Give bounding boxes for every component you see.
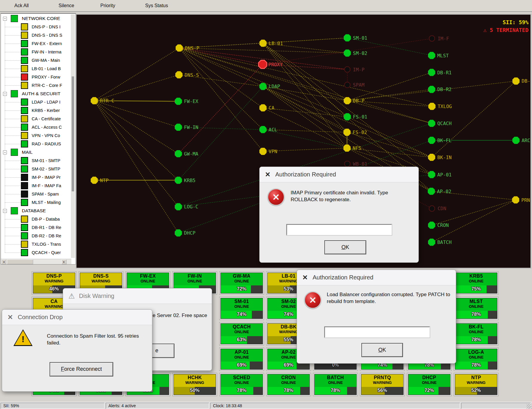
map-node-db-r2[interactable] [428,86,435,93]
map-node-arc[interactable] [512,137,519,144]
toolbar-item-sys-status[interactable]: Sys Status [143,2,170,9]
map-node-vpn[interactable] [259,148,266,155]
map-node-ap-02[interactable] [428,188,435,195]
map-node-lb-01[interactable] [259,40,266,47]
map-node-nfs[interactable] [344,144,351,152]
tree-item-txlog[interactable]: TXLOG - Trans [1,240,70,248]
status-tile-ap-01[interactable]: AP-01ONLINE69% [219,348,264,371]
status-tile-log-a[interactable]: LOG-AONLINE78% [454,348,499,371]
status-tile-mlst[interactable]: MLSTONLINE78% [454,297,499,320]
map-node-spam[interactable] [344,82,350,87]
map-node-fw-in[interactable] [175,124,182,131]
status-tile-prntq[interactable]: PRNTQWARNING56% [360,373,405,396]
collapse-icon[interactable]: − [3,17,7,21]
tree-item-vpn[interactable]: VPN - VPN Co [1,131,70,140]
map-node-txlog[interactable] [428,103,436,110]
map-node-ap-01[interactable] [428,171,435,178]
status-tile-batch[interactable]: BATCHONLINE78% [313,373,358,396]
tree-item-ca[interactable]: CA - Certificate [1,115,70,123]
map-node-rtr-c[interactable] [91,97,98,104]
map-node-im-p[interactable] [344,67,350,72]
map-node-proxy[interactable] [258,60,267,69]
ok-button[interactable]: OK [325,241,366,254]
tree-item-mlst[interactable]: MLST - Mailing [1,198,70,207]
tree-item-rtr-c[interactable]: RTR-C - Core F [1,81,70,90]
status-tile-sm-01[interactable]: SM-01ONLINE74% [219,297,264,320]
tree-item-lb-01[interactable]: LB-01 - Load B [1,64,70,73]
tree-horizontal-scrollbar[interactable]: ◄ ► [1,259,71,264]
map-node-ca[interactable] [259,104,266,111]
force-reconnect-button[interactable]: Force Reconnect [50,362,113,376]
map-node-dns-s[interactable] [175,71,183,79]
auth-code-input[interactable] [324,327,430,338]
toolbar-item-ack-all[interactable]: Ack All [12,2,31,9]
tree-item-spam[interactable]: SPAM - Spam [1,190,70,198]
tree-item-acl[interactable]: ACL - Access C [1,123,70,131]
close-icon[interactable]: ✕ [7,313,13,321]
tree-item-db-r2[interactable]: DB-R2 - DB Re [1,232,70,240]
tree-item-db-r1[interactable]: DB-R1 - DB Re [1,223,70,232]
map-node-krb5[interactable] [175,177,182,184]
status-tile-qcach[interactable]: QCACHONLINE63% [219,322,264,345]
status-tile-sched[interactable]: SCHEDONLINE78% [219,373,264,396]
tree-item-sm-02[interactable]: SM-02 - SMTP [1,165,70,173]
collapse-icon[interactable]: − [3,150,7,154]
tree-item-rad[interactable]: RAD - RADIUS [1,140,70,148]
map-node-gw-ma[interactable] [175,150,182,157]
map-node-prn[interactable] [512,196,519,204]
tree-item-qcach[interactable]: QCACH - Quer [1,248,70,257]
tree-vertical-scrollbar[interactable] [71,14,75,258]
map-node-db-r1[interactable] [428,69,435,76]
map-node-bk-fl[interactable] [428,137,435,144]
map-node-sm-01[interactable] [344,34,351,41]
map-node-bk-in[interactable] [428,154,435,161]
close-icon[interactable]: ✕ [265,171,270,179]
map-node-mlst[interactable] [428,52,435,59]
map-node-log-c[interactable] [175,203,182,210]
collapse-icon[interactable]: − [3,92,7,96]
map-node-cdn[interactable] [429,206,435,211]
scroll-right-icon[interactable]: ► [62,259,67,264]
ok-button[interactable]: OK [362,343,403,357]
tree-item-im-f[interactable]: IM-F - IMAP Fa [1,182,70,190]
map-node-fs-02[interactable] [344,129,351,136]
tree-item-ldap[interactable]: LDAP - LDAP I [1,98,70,106]
map-node-fw-ex[interactable] [175,98,182,105]
tree-group-auth-securit[interactable]: −AUTH & SECURIT [1,90,70,98]
tree-item-dns-p[interactable]: DNS-P - DNS I [1,23,70,31]
status-tile-krb5[interactable]: KRB5ONLINE75% [454,271,499,295]
close-icon[interactable]: ✕ [302,274,308,282]
toolbar-item-priority[interactable]: Priority [98,2,118,9]
tree-item-dns-s[interactable]: DNS-S - DNS S [1,31,70,39]
status-tile-gw-ma[interactable]: GW-MAONLINE72% [219,271,264,295]
tree-item-fw-in[interactable]: FW-IN - Interna [1,48,70,56]
toolbar-item-silence[interactable]: Silence [56,2,76,9]
scrollbar-thumb[interactable] [72,76,74,191]
map-node-qcach[interactable] [428,120,435,127]
map-node-dns-p[interactable] [176,44,183,52]
scrollbar-thumb[interactable] [7,259,33,264]
status-tile-dhcp[interactable]: DHCPONLINE72% [407,373,452,396]
collapse-icon[interactable]: − [3,209,7,213]
map-node-wb-01[interactable] [344,161,350,167]
tree-item-db-p[interactable]: DB-P - Databa [1,215,70,223]
map-node-fs-01[interactable] [344,113,351,120]
tree-item-krb5[interactable]: KRB5 - Kerber [1,106,70,115]
tree-group-mail[interactable]: −MAIL [1,148,70,156]
status-tile-bk-fl[interactable]: BK-FLONLINE78% [454,322,499,345]
map-node-sm-02[interactable] [344,50,351,57]
map-node-ldap[interactable] [259,83,266,90]
tree-group-network-core[interactable]: −NETWORK CORE [1,14,70,23]
scroll-left-icon[interactable]: ◄ [1,259,6,264]
map-node-db2[interactable] [512,78,519,85]
tree-item-proxy[interactable]: PROXY - Forw [1,73,70,81]
map-node-db-p[interactable] [344,97,351,104]
status-tile-ntp[interactable]: NTPWARNING52% [454,373,499,396]
map-node-batch[interactable] [428,239,435,246]
tree-item-im-p[interactable]: IM-P - IMAP Pr [1,173,70,182]
map-node-ntp[interactable] [91,177,98,184]
auth-code-input[interactable] [286,224,392,235]
map-node-dhcp[interactable] [175,229,182,236]
tree-group-database[interactable]: −DATABASE [1,207,70,215]
tree-item-fw-ex[interactable]: FW-EX - Extern [1,39,70,48]
